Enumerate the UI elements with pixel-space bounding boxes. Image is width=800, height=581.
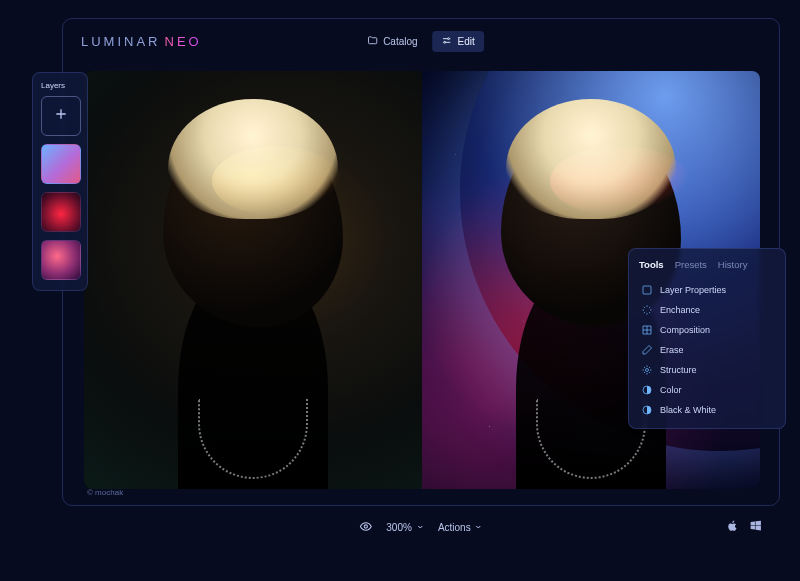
folder-icon — [367, 35, 378, 48]
tools-panel-tabs: Tools Presets History — [639, 259, 775, 270]
tool-label: Composition — [660, 325, 710, 335]
plus-icon — [53, 106, 69, 126]
header-bar: LUMINARNEO Catalog Edit — [63, 19, 779, 63]
footer-bar: 300% Actions — [62, 512, 780, 542]
layers-panel: Layers — [32, 72, 88, 291]
svg-rect-2 — [643, 286, 651, 294]
tool-label: Color — [660, 385, 682, 395]
layer-thumb-2[interactable] — [41, 192, 81, 232]
chevron-down-icon — [475, 522, 483, 533]
tab-presets[interactable]: Presets — [675, 259, 707, 270]
canvas-before — [84, 71, 422, 489]
zoom-dropdown[interactable]: 300% — [386, 522, 424, 533]
sliders-icon — [442, 35, 453, 48]
footer-right — [726, 518, 762, 536]
tool-label: Erase — [660, 345, 684, 355]
tab-catalog-label: Catalog — [383, 36, 417, 47]
tool-label: Black & White — [660, 405, 716, 415]
app-brand: LUMINARNEO — [81, 34, 202, 49]
erase-icon — [641, 344, 653, 356]
top-tabs: Catalog Edit — [358, 31, 484, 52]
credit-text: © mochak — [87, 488, 123, 497]
tab-catalog[interactable]: Catalog — [358, 31, 426, 52]
add-layer-button[interactable] — [41, 96, 81, 136]
tool-structure[interactable]: Structure — [639, 360, 775, 380]
tool-layer-properties[interactable]: Layer Properties — [639, 280, 775, 300]
structure-icon — [641, 364, 653, 376]
footer-center: 300% Actions — [359, 520, 482, 535]
brand-part-a: LUMINAR — [81, 34, 161, 49]
tab-history[interactable]: History — [718, 259, 748, 270]
tool-color[interactable]: Color — [639, 380, 775, 400]
tool-label: Layer Properties — [660, 285, 726, 295]
zoom-value: 300% — [386, 522, 412, 533]
actions-dropdown[interactable]: Actions — [438, 522, 483, 533]
actions-label: Actions — [438, 522, 471, 533]
svg-point-1 — [444, 41, 446, 43]
chevron-down-icon — [416, 522, 424, 533]
svg-point-6 — [364, 524, 367, 527]
tool-black-white[interactable]: Black & White — [639, 400, 775, 420]
tools-panel: Tools Presets History Layer Properties E… — [628, 248, 786, 429]
windows-icon[interactable] — [749, 518, 762, 536]
tool-enhance[interactable]: Enchance — [639, 300, 775, 320]
svg-point-0 — [448, 37, 450, 39]
tool-composition[interactable]: Composition — [639, 320, 775, 340]
brand-part-b: NEO — [165, 34, 202, 49]
color-icon — [641, 384, 653, 396]
tool-erase[interactable]: Erase — [639, 340, 775, 360]
eye-icon — [359, 520, 372, 535]
svg-point-3 — [646, 369, 649, 372]
apple-icon[interactable] — [726, 518, 739, 536]
enhance-icon — [641, 304, 653, 316]
tab-edit-label: Edit — [458, 36, 475, 47]
composition-icon — [641, 324, 653, 336]
tab-edit[interactable]: Edit — [433, 31, 484, 52]
layer-thumb-1[interactable] — [41, 144, 81, 184]
layer-thumb-3[interactable] — [41, 240, 81, 280]
layers-title: Layers — [41, 81, 79, 90]
layer-properties-icon — [641, 284, 653, 296]
tab-tools[interactable]: Tools — [639, 259, 664, 270]
black-white-icon — [641, 404, 653, 416]
subject-before — [84, 71, 422, 489]
tool-label: Enchance — [660, 305, 700, 315]
visibility-toggle[interactable] — [359, 520, 372, 535]
tool-label: Structure — [660, 365, 697, 375]
